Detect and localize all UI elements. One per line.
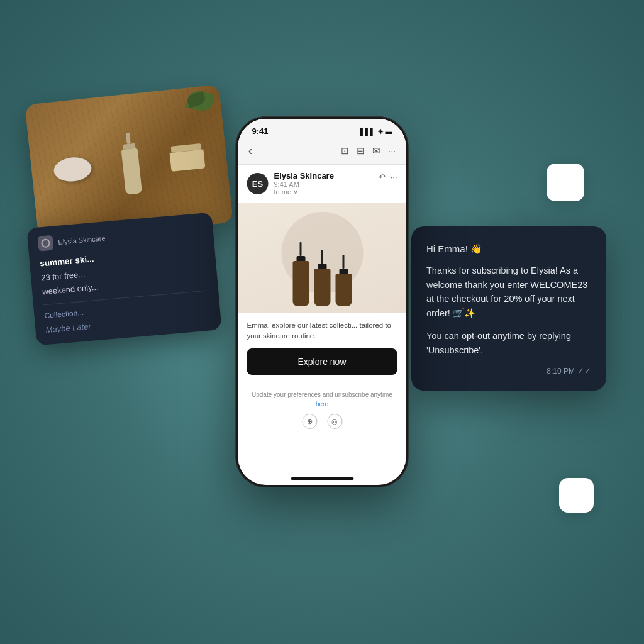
sms-read-receipts: ✓✓ — [577, 366, 591, 375]
back-button[interactable]: ‹ — [248, 143, 253, 158]
phone-screen: 9:41 ▌▌▌ ◈ ▬ ‹ ⊡ ⊟ ✉ ··· — [238, 119, 406, 485]
signal-icon: ▌▌▌ — [360, 128, 375, 135]
sender-avatar: ES — [247, 173, 269, 194]
more-icon[interactable]: ··· — [388, 145, 396, 156]
more-options-icon[interactable]: ··· — [391, 172, 397, 182]
sender-time: 9:41 AM — [274, 180, 299, 188]
mail-icon[interactable]: ✉ — [372, 145, 380, 157]
sms-greeting: Hi Emma! 👋 — [426, 242, 591, 256]
push-app-label: Elysia Skincare — [58, 234, 106, 246]
trash-icon[interactable]: ⊟ — [357, 145, 365, 157]
email-product-image — [238, 203, 406, 313]
push-notification-card: Elysia Skincare summer ski... 23 for fre… — [26, 213, 221, 346]
email-description: Emma, explore our latest collecti... tai… — [247, 320, 397, 341]
email-toolbar: ⊡ ⊟ ✉ ··· — [341, 145, 396, 157]
whatsapp-icon[interactable]: ⊕ — [302, 414, 317, 429]
serum-bottle-3 — [335, 255, 352, 306]
email-right-icons: ↶ ··· — [379, 172, 397, 182]
footer-text: Update your preferences and unsubscribe … — [247, 390, 397, 409]
sms-card: Hi Emma! 👋 Thanks for subscribing to Ely… — [411, 226, 606, 391]
archive-icon[interactable]: ⊡ — [341, 145, 349, 157]
sms-timestamp: 8:10 PM — [547, 367, 575, 375]
spray-bottle-decoration — [119, 132, 142, 195]
sender-name: Elysia Skincare — [274, 171, 334, 180]
serum-bottles — [292, 242, 352, 306]
sender-left: ES Elysia Skincare 9:41 AM to me ∨ — [247, 171, 334, 196]
sms-opt-out: You can opt-out anytime by replying 'Uns… — [426, 329, 591, 357]
email-text-section: Emma, explore our latest collecti... tai… — [238, 313, 406, 390]
cream-jar-decoration — [169, 143, 206, 172]
sms-body: Thanks for subscribing to Elysia! As a w… — [426, 264, 591, 320]
email-nav-bar: ‹ ⊡ ⊟ ✉ ··· — [238, 140, 406, 165]
explore-now-button[interactable]: Explore now — [247, 348, 397, 375]
scene: Elysia Skincare summer ski... 23 for fre… — [0, 0, 644, 644]
battery-icon: ▬ — [386, 128, 392, 135]
status-bar: 9:41 ▌▌▌ ◈ ▬ — [238, 119, 406, 140]
push-app-icon — [38, 235, 54, 252]
serum-bottle-1 — [292, 242, 309, 306]
unsubscribe-link[interactable]: here — [316, 401, 328, 408]
reply-icon[interactable]: ↶ — [379, 172, 386, 182]
email-sender-row: ES Elysia Skincare 9:41 AM to me ∨ ↶ ··· — [238, 165, 406, 203]
social-icons-row: ⊕ ◎ — [247, 414, 397, 429]
home-indicator — [291, 477, 353, 480]
email-footer: Update your preferences and unsubscribe … — [238, 390, 406, 436]
instagram-icon[interactable]: ◎ — [327, 414, 342, 429]
sender-to: to me ∨ — [274, 188, 334, 196]
sms-time-row: 8:10 PM ✓✓ — [426, 366, 591, 375]
sender-info: Elysia Skincare 9:41 AM to me ∨ — [274, 171, 334, 196]
status-time: 9:41 — [252, 126, 269, 136]
email-body: Emma, explore our latest collecti... tai… — [238, 203, 406, 436]
serum-bottle-2 — [314, 250, 330, 306]
decorative-square-bottom — [559, 478, 594, 513]
stone-decoration — [53, 155, 93, 183]
wifi-icon: ◈ — [378, 127, 383, 135]
status-icons: ▌▌▌ ◈ ▬ — [360, 127, 392, 135]
phone-mockup: 9:41 ▌▌▌ ◈ ▬ ‹ ⊡ ⊟ ✉ ··· — [236, 116, 409, 487]
decorative-square-top — [547, 164, 584, 201]
